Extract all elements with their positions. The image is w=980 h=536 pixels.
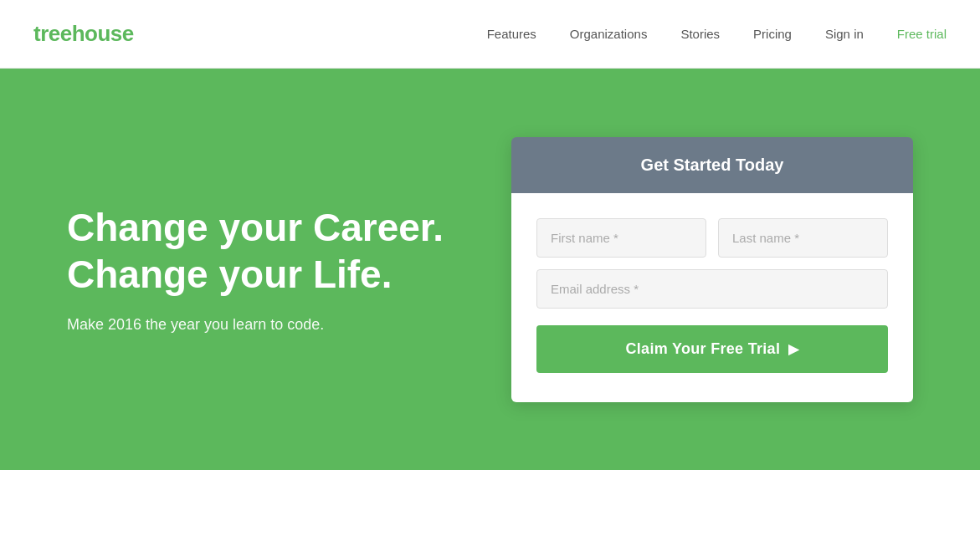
nav-link-signin[interactable]: Sign in (825, 27, 864, 41)
nav-link-pricing[interactable]: Pricing (753, 27, 792, 41)
hero-subheadline: Make 2016 the year you learn to code. (67, 316, 478, 334)
signup-form-card: Get Started Today Claim Your Free Trial … (511, 137, 913, 402)
nav-link-features[interactable]: Features (487, 27, 536, 41)
first-name-input[interactable] (536, 218, 706, 258)
form-card-body: Claim Your Free Trial ▶ (511, 193, 913, 402)
hero-headline-line2: Change your Life. (67, 253, 392, 296)
logo[interactable]: treehouse (33, 21, 134, 47)
nav-link-freetrial[interactable]: Free trial (897, 27, 947, 41)
nav-link-stories[interactable]: Stories (680, 27, 720, 41)
arrow-icon: ▶ (788, 341, 798, 357)
hero-section: Change your Career. Change your Life. Ma… (0, 69, 980, 470)
email-input[interactable] (536, 269, 888, 309)
form-card-header: Get Started Today (511, 137, 913, 193)
nav-link-organizations[interactable]: Organizations (570, 27, 648, 41)
hero-headline-line1: Change your Career. (67, 206, 444, 249)
last-name-input[interactable] (718, 218, 888, 258)
name-row (536, 218, 888, 258)
claim-trial-label: Claim Your Free Trial (625, 340, 780, 358)
hero-headline: Change your Career. Change your Life. (67, 205, 478, 297)
hero-text-block: Change your Career. Change your Life. Ma… (67, 205, 478, 333)
form-header-title: Get Started Today (641, 156, 784, 174)
claim-trial-button[interactable]: Claim Your Free Trial ▶ (536, 325, 888, 373)
below-hero (0, 470, 980, 536)
navbar: treehouse Features Organizations Stories… (0, 0, 980, 69)
nav-links: Features Organizations Stories Pricing S… (487, 27, 947, 42)
